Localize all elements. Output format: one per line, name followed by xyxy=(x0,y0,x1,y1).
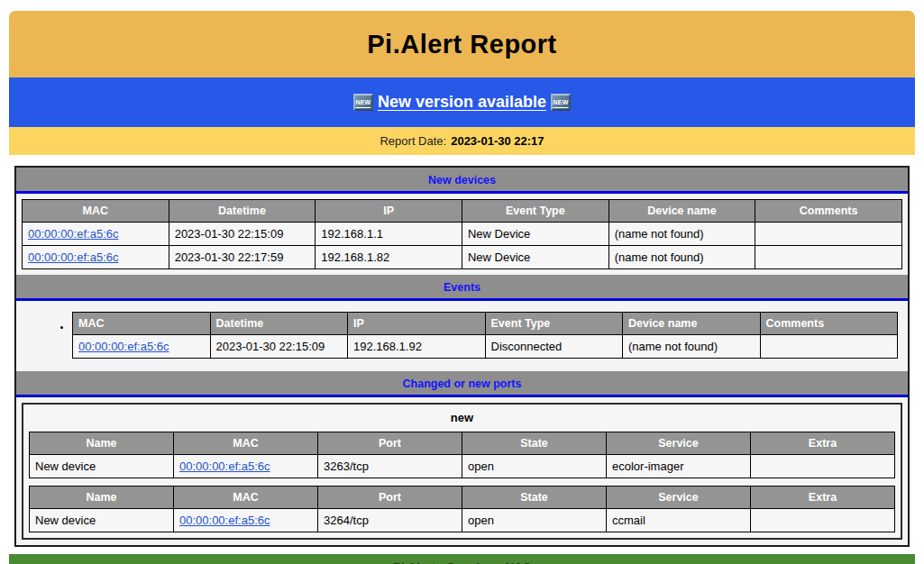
comments-cell xyxy=(755,246,902,269)
section-title: Events xyxy=(444,281,480,294)
service-cell: ccmail xyxy=(607,509,751,532)
report-header: Pi.Alert Report xyxy=(9,11,915,77)
new-version-link-label: New version available xyxy=(378,93,546,112)
extra-cell xyxy=(751,455,895,478)
state-cell: open xyxy=(462,509,607,532)
mac-link[interactable]: 00:00:00:ef:a5:6c xyxy=(78,340,169,353)
column-header-port: Port xyxy=(318,487,462,509)
pialert-report-email: Pi.Alert Report NEW New version availabl… xyxy=(9,11,915,564)
column-header-datetime: Datetime xyxy=(210,313,348,335)
device-name-cell: (name not found) xyxy=(608,246,755,269)
column-header-mac: MAC xyxy=(23,200,169,223)
column-header-comments: Comments xyxy=(760,313,898,335)
ports-group-label: new xyxy=(23,405,901,432)
table-header-row: MAC Datetime IP Event Type Device name C… xyxy=(23,200,902,223)
column-header-service: Service xyxy=(607,487,751,509)
extra-cell xyxy=(751,509,895,532)
mac-link[interactable]: 00:00:00:ef:a5:6c xyxy=(28,227,118,241)
column-header-state: State xyxy=(462,487,607,509)
column-header-device-name: Device name xyxy=(608,200,755,223)
table-row: 00:00:00:ef:a5:6c 2023-01-30 22:15:09 19… xyxy=(73,335,898,359)
section-title: New devices xyxy=(428,174,496,186)
mac-cell: 00:00:00:ef:a5:6c xyxy=(23,223,169,246)
table-row: New device 00:00:00:ef:a5:6c 3263/tcp op… xyxy=(30,455,895,478)
state-cell: open xyxy=(462,455,607,478)
page-title: Pi.Alert Report xyxy=(367,30,557,59)
mac-link[interactable]: 00:00:00:ef:a5:6c xyxy=(179,514,270,527)
events-list: MAC Datetime IP Event Type Device name C… xyxy=(16,312,908,359)
report-date-label: Report Date: xyxy=(380,134,446,148)
section-header-new-devices: New devices xyxy=(16,168,908,194)
port-cell: 3263/tcp xyxy=(318,455,462,478)
column-header-port: Port xyxy=(318,432,462,455)
column-header-name: Name xyxy=(30,432,174,455)
table-row: 00:00:00:ef:a5:6c 2023-01-30 22:17:59 19… xyxy=(23,246,902,269)
column-header-event-type: Event Type xyxy=(485,313,623,335)
events-table: MAC Datetime IP Event Type Device name C… xyxy=(72,312,898,359)
new-version-link[interactable]: NEW New version available NEW xyxy=(353,93,571,112)
column-header-ip: IP xyxy=(316,200,462,223)
port-cell: 3264/tcp xyxy=(318,509,462,532)
mac-cell: 00:00:00:ef:a5:6c xyxy=(23,246,169,269)
ip-cell: 192.168.1.1 xyxy=(316,223,462,246)
mac-cell: 00:00:00:ef:a5:6c xyxy=(73,335,211,359)
new-badge-icon: NEW xyxy=(551,94,571,111)
report-date-band: Report Date: 2023-01-30 22:17 xyxy=(9,127,915,155)
event-type-cell: New Device xyxy=(462,223,608,246)
mac-link[interactable]: 00:00:00:ef:a5:6c xyxy=(179,459,270,473)
column-header-datetime: Datetime xyxy=(169,200,316,223)
device-name-cell: (name not found) xyxy=(608,223,755,246)
ports-box: new Name MAC Port State Service Extra N xyxy=(22,403,902,540)
column-header-mac: MAC xyxy=(174,432,318,455)
column-header-device-name: Device name xyxy=(623,313,761,335)
column-header-service: Service xyxy=(607,432,751,455)
comments-cell xyxy=(760,335,898,359)
mac-cell: 00:00:00:ef:a5:6c xyxy=(174,455,318,478)
column-header-comments: Comments xyxy=(755,200,902,223)
new-badge-icon: NEW xyxy=(353,94,373,111)
datetime-cell: 2023-01-30 22:17:59 xyxy=(169,246,316,269)
column-header-extra: Extra xyxy=(751,487,895,509)
section-header-ports: Changed or new ports xyxy=(16,371,908,397)
ports-table-1: Name MAC Port State Service Extra New de… xyxy=(29,432,895,478)
event-type-cell: New Device xyxy=(462,246,608,269)
service-cell: ecolor-imager xyxy=(607,455,751,478)
new-devices-table: MAC Datetime IP Event Type Device name C… xyxy=(22,199,902,269)
section-header-events: Events xyxy=(16,275,908,301)
mac-cell: 00:00:00:ef:a5:6c xyxy=(174,509,318,532)
device-name-cell: (name not found) xyxy=(623,335,761,359)
datetime-cell: 2023-01-30 22:15:09 xyxy=(169,223,316,246)
new-version-banner: NEW New version available NEW xyxy=(9,77,915,127)
ip-cell: 192.168.1.82 xyxy=(316,246,462,269)
column-header-mac: MAC xyxy=(73,313,211,335)
report-date-value: 2023-01-30 22:17 xyxy=(451,134,544,148)
table-header-row: MAC Datetime IP Event Type Device name C… xyxy=(73,313,898,335)
report-body: New devices MAC Datetime IP Event Type D… xyxy=(14,166,910,547)
column-header-name: Name xyxy=(30,487,174,509)
name-cell: New device xyxy=(30,509,174,532)
table-header-row: Name MAC Port State Service Extra xyxy=(30,432,895,455)
event-type-cell: Disconnected xyxy=(485,335,623,359)
datetime-cell: 2023-01-30 22:15:09 xyxy=(210,335,348,359)
report-footer: Pi.Alert - Synology-NAS xyxy=(9,554,915,564)
ports-table-2: Name MAC Port State Service Extra New de… xyxy=(29,486,895,532)
table-row: 00:00:00:ef:a5:6c 2023-01-30 22:15:09 19… xyxy=(23,223,902,246)
events-list-item: MAC Datetime IP Event Type Device name C… xyxy=(72,312,908,359)
column-header-event-type: Event Type xyxy=(462,200,608,223)
comments-cell xyxy=(755,223,902,246)
footer-text: Pi.Alert - Synology-NAS xyxy=(393,560,531,564)
mac-link[interactable]: 00:00:00:ef:a5:6c xyxy=(28,250,118,264)
table-header-row: Name MAC Port State Service Extra xyxy=(30,487,895,509)
column-header-state: State xyxy=(462,432,607,455)
section-title: Changed or new ports xyxy=(403,378,522,390)
column-header-ip: IP xyxy=(348,313,486,335)
table-row: New device 00:00:00:ef:a5:6c 3264/tcp op… xyxy=(30,509,895,532)
column-header-extra: Extra xyxy=(751,432,895,455)
ip-cell: 192.168.1.92 xyxy=(348,335,486,359)
column-header-mac: MAC xyxy=(174,487,318,509)
name-cell: New device xyxy=(30,455,174,478)
